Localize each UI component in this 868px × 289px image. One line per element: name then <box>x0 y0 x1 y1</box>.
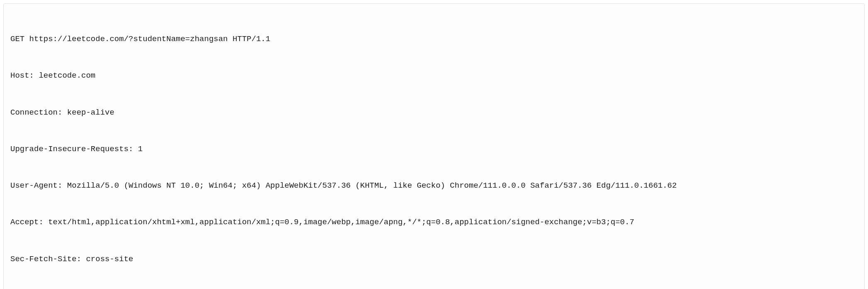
code-line: GET https://leetcode.com/?studentName=zh… <box>10 33 858 45</box>
code-line: Upgrade-Insecure-Requests: 1 <box>10 143 858 155</box>
code-line: Host: leetcode.com <box>10 70 858 82</box>
http-request-code-block: GET https://leetcode.com/?studentName=zh… <box>3 3 865 289</box>
code-line: Sec-Fetch-Site: cross-site <box>10 253 858 265</box>
code-line: Connection: keep-alive <box>10 107 858 119</box>
code-line: Accept: text/html,application/xhtml+xml,… <box>10 216 858 228</box>
code-line: User-Agent: Mozilla/5.0 (Windows NT 10.0… <box>10 180 858 192</box>
